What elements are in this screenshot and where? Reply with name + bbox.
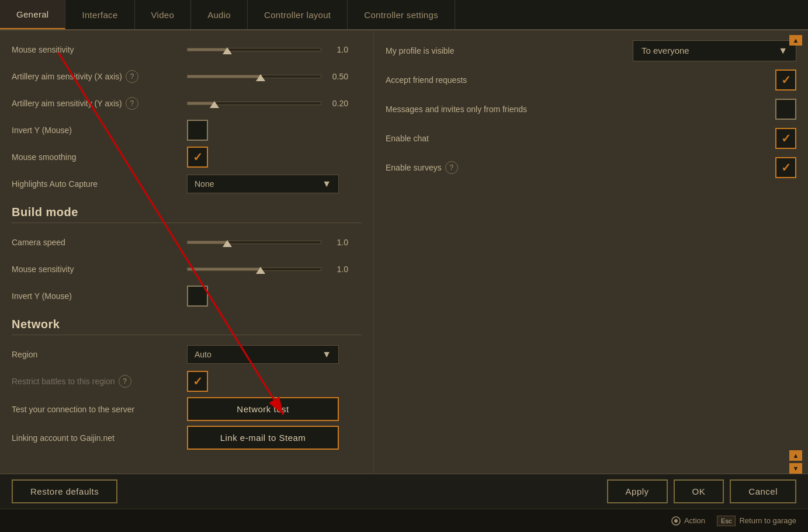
- network-test-row: Test your connection to the server Netwo…: [12, 395, 362, 423]
- region-row: Region Auto ▼: [12, 341, 362, 368]
- tab-general[interactable]: General: [0, 0, 65, 29]
- tab-controller-layout[interactable]: Controller layout: [248, 0, 348, 29]
- slider-track[interactable]: [187, 267, 321, 271]
- messages-invites-checkbox[interactable]: [775, 99, 796, 120]
- mouse-smoothing-checkbox[interactable]: [187, 147, 208, 168]
- tab-video[interactable]: Video: [135, 0, 192, 29]
- profile-visibility-control: To everyone ▼: [633, 40, 796, 61]
- slider-track[interactable]: [187, 241, 321, 244]
- status-bar: Action Esc Return to garage: [0, 509, 808, 532]
- network-test-control: Network test: [187, 397, 362, 421]
- scroll-up-arrow[interactable]: ▲: [789, 35, 802, 46]
- network-test-button[interactable]: Network test: [187, 397, 339, 421]
- build-mode-divider: [12, 222, 362, 223]
- slider-track[interactable]: [187, 48, 321, 51]
- artillery-y-control: 0.20: [187, 99, 362, 108]
- tab-audio[interactable]: Audio: [191, 0, 248, 29]
- return-status: Esc Return to garage: [717, 516, 796, 526]
- accept-friends-row: Accept friend requests: [386, 65, 796, 95]
- invert-y-checkbox[interactable]: [187, 120, 208, 141]
- enable-surveys-label: Enable surveys ?: [386, 161, 775, 174]
- accept-friends-checkbox[interactable]: [775, 69, 796, 91]
- highlights-control: None ▼: [187, 175, 362, 193]
- slider-thumb: [256, 267, 265, 274]
- scroll-up[interactable]: ▲: [789, 35, 802, 46]
- right-panel: My profile is visible To everyone ▼ Acce…: [374, 30, 808, 474]
- camera-speed-label: Camera speed: [12, 238, 187, 247]
- controller-icon: [671, 516, 681, 526]
- slider-thumb: [223, 240, 232, 247]
- mouse-smoothing-control: [187, 147, 362, 168]
- slider-fill: [188, 268, 261, 270]
- tab-bar: General Interface Video Audio Controller…: [0, 0, 808, 30]
- region-control: Auto ▼: [187, 345, 362, 364]
- build-invert-y-checkbox[interactable]: [187, 286, 208, 307]
- profile-visibility-row: My profile is visible To everyone ▼: [386, 36, 796, 65]
- scroll-down-arrow[interactable]: ▲: [789, 450, 802, 461]
- linking-account-control: Link e-mail to Steam: [187, 426, 362, 450]
- artillery-y-slider[interactable]: 0.20: [187, 99, 362, 108]
- enable-surveys-help-icon[interactable]: ?: [445, 161, 458, 174]
- slider-fill: [188, 241, 227, 244]
- linking-account-row: Linking account to Gaijin.net Link e-mai…: [12, 423, 362, 452]
- enable-surveys-checkbox[interactable]: [775, 157, 796, 178]
- enable-chat-control: [775, 128, 796, 149]
- mouse-sensitivity-control: 1.0: [187, 45, 362, 54]
- cancel-button[interactable]: Cancel: [730, 479, 796, 503]
- restrict-battles-help-icon[interactable]: ?: [119, 375, 131, 388]
- highlights-dropdown[interactable]: None ▼: [187, 175, 339, 193]
- enable-chat-checkbox[interactable]: [775, 128, 796, 149]
- highlights-label: Highlights Auto Capture: [12, 179, 187, 189]
- restrict-battles-label: Restrict battles to this region ?: [12, 375, 187, 388]
- left-panel: Mouse sensitivity 1.0 Artillery aim sens…: [0, 30, 374, 474]
- profile-visibility-label: My profile is visible: [386, 46, 633, 55]
- ok-button[interactable]: OK: [674, 479, 724, 503]
- slider-track[interactable]: [187, 102, 321, 105]
- scroll-bottom-arrows[interactable]: ▲ ▼: [789, 450, 802, 474]
- scroll-up-arrow2[interactable]: ▼: [789, 463, 802, 474]
- mouse-sensitivity-label: Mouse sensitivity: [12, 45, 187, 54]
- highlights-row: Highlights Auto Capture None ▼: [12, 171, 362, 197]
- region-dropdown[interactable]: Auto ▼: [187, 345, 339, 364]
- link-email-button[interactable]: Link e-mail to Steam: [187, 426, 339, 450]
- network-test-label: Test your connection to the server: [12, 405, 187, 414]
- camera-speed-slider[interactable]: 1.0: [187, 238, 362, 247]
- artillery-x-help-icon[interactable]: ?: [126, 70, 138, 83]
- artillery-x-control: 0.50: [187, 72, 362, 81]
- invert-y-row: Invert Y (Mouse): [12, 117, 362, 144]
- build-mouse-sensitivity-row: Mouse sensitivity 1.0: [12, 256, 362, 283]
- mouse-sensitivity-slider[interactable]: 1.0: [187, 45, 362, 54]
- tab-interface[interactable]: Interface: [65, 0, 134, 29]
- slider-track[interactable]: [187, 75, 321, 78]
- accept-friends-control: [775, 69, 796, 91]
- network-heading: Network: [12, 318, 362, 331]
- apply-button[interactable]: Apply: [607, 479, 668, 503]
- enable-chat-row: Enable chat: [386, 124, 796, 153]
- mouse-smoothing-label: Mouse smoothing: [12, 152, 187, 162]
- build-mouse-sensitivity-slider[interactable]: 1.0: [187, 265, 362, 274]
- invert-y-label: Invert Y (Mouse): [12, 126, 187, 135]
- messages-invites-control: [775, 99, 796, 120]
- svg-point-1: [674, 519, 678, 523]
- artillery-x-slider[interactable]: 0.50: [187, 72, 362, 81]
- enable-surveys-control: [775, 157, 796, 178]
- artillery-y-label: Artillery aim sensitivity (Y axis) ?: [12, 97, 187, 110]
- enable-chat-label: Enable chat: [386, 134, 775, 143]
- messages-invites-row: Messages and invites only from friends: [386, 95, 796, 124]
- slider-thumb: [223, 47, 232, 54]
- slider-thumb: [210, 101, 219, 108]
- main-content: Mouse sensitivity 1.0 Artillery aim sens…: [0, 30, 808, 474]
- restrict-battles-checkbox[interactable]: [187, 371, 208, 392]
- restore-defaults-button[interactable]: Restore defaults: [12, 479, 117, 503]
- profile-visibility-dropdown[interactable]: To everyone ▼: [633, 40, 796, 61]
- build-mode-heading: Build mode: [12, 206, 362, 219]
- build-invert-y-label: Invert Y (Mouse): [12, 291, 187, 301]
- restrict-battles-control: [187, 371, 362, 392]
- restrict-battles-row: Restrict battles to this region ?: [12, 368, 362, 395]
- profile-dropdown-arrow: ▼: [778, 46, 788, 56]
- artillery-y-row: Artillery aim sensitivity (Y axis) ? 0.2…: [12, 90, 362, 117]
- linking-account-label: Linking account to Gaijin.net: [12, 433, 187, 443]
- artillery-x-row: Artillery aim sensitivity (X axis) ? 0.5…: [12, 63, 362, 90]
- artillery-y-help-icon[interactable]: ?: [126, 97, 138, 110]
- tab-controller-settings[interactable]: Controller settings: [348, 0, 455, 29]
